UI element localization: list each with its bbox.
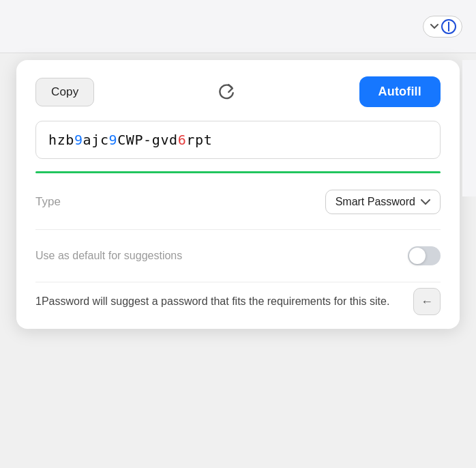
toggle-knob [409, 248, 426, 264]
type-chevron-icon [421, 197, 430, 207]
pw-segment-6: 6 [178, 132, 187, 148]
copy-button[interactable]: Copy [35, 78, 94, 106]
chevron-down-icon [429, 21, 440, 32]
back-arrow-icon: ← [421, 295, 433, 309]
description-text: 1Password will suggest a password that f… [35, 293, 441, 310]
pw-segment-4: 9 [109, 132, 118, 148]
green-divider [35, 171, 441, 173]
suggestions-label: Use as default for suggestions [35, 250, 182, 262]
pw-segment-1: hzb [48, 132, 74, 148]
autofill-button[interactable]: Autofill [359, 76, 441, 107]
pw-segment-2: 9 [74, 132, 83, 148]
back-button[interactable]: ← [413, 288, 441, 315]
type-dropdown-value: Smart Password [336, 196, 415, 208]
pw-segment-3: ajc [83, 132, 109, 148]
refresh-button[interactable] [213, 78, 240, 106]
type-label: Type [35, 195, 61, 209]
popup-card: Copy Autofill hzb9ajc9CWP-gvd6rpt Type S… [16, 60, 460, 329]
password-display: hzb9ajc9CWP-gvd6rpt [35, 121, 441, 159]
suggestions-toggle[interactable] [408, 246, 441, 265]
pw-segment-7: rpt [186, 132, 212, 148]
pw-segment-5: CWP-gvd [117, 132, 178, 148]
type-dropdown[interactable]: Smart Password [325, 190, 441, 214]
onepassword-icon [441, 19, 456, 34]
right-panel [462, 60, 476, 196]
outer-container: Copy Autofill hzb9ajc9CWP-gvd6rpt Type S… [0, 0, 476, 468]
separator-2 [35, 282, 441, 282]
separator-1 [35, 229, 441, 230]
refresh-icon [218, 83, 235, 101]
action-row: Copy Autofill [35, 76, 441, 107]
extension-icon-group[interactable] [423, 16, 462, 38]
suggestions-row: Use as default for suggestions [35, 241, 441, 271]
top-bar [0, 0, 476, 53]
type-row: Type Smart Password [35, 186, 441, 218]
